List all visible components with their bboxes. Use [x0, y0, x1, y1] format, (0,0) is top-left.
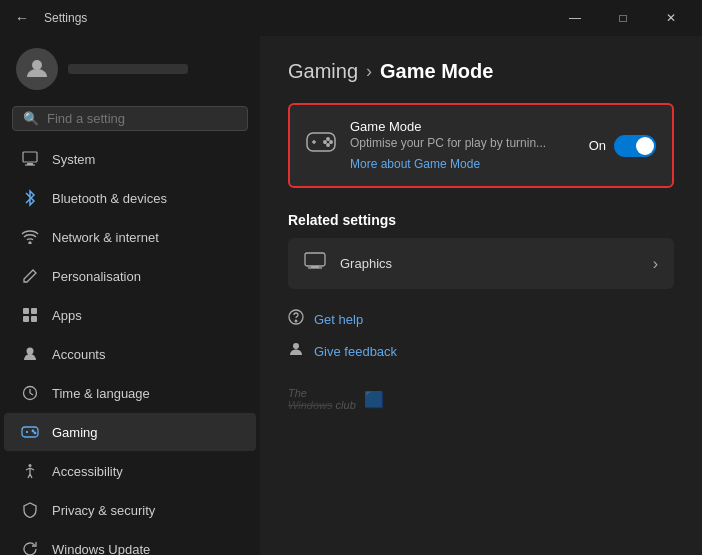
watermark-icon: 🟦: [364, 390, 384, 409]
sidebar-item-label-bluetooth: Bluetooth & devices: [52, 191, 167, 206]
sidebar-item-label-network: Network & internet: [52, 230, 159, 245]
game-mode-card[interactable]: Game Mode Optimise your PC for play by t…: [288, 103, 674, 188]
get-help-icon: [288, 309, 304, 329]
svg-point-9: [27, 348, 34, 355]
svg-rect-1: [23, 152, 37, 162]
sidebar-item-label-privacy: Privacy & security: [52, 503, 155, 518]
toggle-label: On: [589, 138, 606, 153]
minimize-button[interactable]: —: [552, 2, 598, 34]
svg-point-21: [330, 140, 332, 142]
bluetooth-icon: [20, 188, 40, 208]
sidebar-item-label-accessibility: Accessibility: [52, 464, 123, 479]
maximize-button[interactable]: □: [600, 2, 646, 34]
sidebar-item-network[interactable]: Network & internet: [4, 218, 256, 256]
svg-rect-7: [23, 316, 29, 322]
svg-point-16: [29, 464, 32, 467]
watermark-text: TheWindows club: [288, 387, 356, 411]
gaming-icon: [20, 422, 40, 442]
sidebar-item-time[interactable]: Time & language: [4, 374, 256, 412]
svg-point-22: [327, 143, 329, 145]
sidebar-item-label-update: Windows Update: [52, 542, 150, 556]
sidebar-item-system[interactable]: System: [4, 140, 256, 178]
related-settings-title: Related settings: [288, 212, 674, 228]
game-mode-text: Game Mode Optimise your PC for play by t…: [350, 119, 575, 172]
breadcrumb: Gaming › Game Mode: [288, 60, 674, 83]
svg-point-20: [327, 137, 329, 139]
sidebar: 🔍 System Bluetooth & devices: [0, 36, 260, 555]
links-section: Get help Give feedback: [288, 303, 674, 367]
nav-list: System Bluetooth & devices Network & int…: [0, 139, 260, 555]
window-controls: — □ ✕: [552, 2, 694, 34]
sidebar-item-label-apps: Apps: [52, 308, 82, 323]
game-mode-toggle[interactable]: [614, 135, 656, 157]
game-mode-title: Game Mode: [350, 119, 575, 134]
give-feedback-link[interactable]: Give feedback: [288, 335, 674, 367]
system-icon: [20, 149, 40, 169]
svg-rect-5: [23, 308, 29, 314]
sidebar-item-accessibility[interactable]: Accessibility: [4, 452, 256, 490]
sidebar-item-label-accounts: Accounts: [52, 347, 105, 362]
sidebar-item-label-system: System: [52, 152, 95, 167]
time-icon: [20, 383, 40, 403]
related-settings-section: Related settings Graphics ›: [288, 212, 674, 289]
game-mode-card-icon: [306, 131, 336, 161]
game-mode-description: Optimise your PC for play by turnin...: [350, 136, 575, 150]
back-button[interactable]: ←: [8, 4, 36, 32]
sidebar-item-update[interactable]: Windows Update: [4, 530, 256, 555]
sidebar-item-label-personalisation: Personalisation: [52, 269, 141, 284]
svg-point-4: [29, 242, 31, 244]
title-bar: ← Settings — □ ✕: [0, 0, 702, 36]
apps-icon: [20, 305, 40, 325]
sidebar-item-label-time: Time & language: [52, 386, 150, 401]
sidebar-item-privacy[interactable]: Privacy & security: [4, 491, 256, 529]
toggle-thumb: [636, 137, 654, 155]
avatar: [16, 48, 58, 90]
give-feedback-icon: [288, 341, 304, 361]
game-mode-link[interactable]: More about Game Mode: [350, 157, 480, 171]
app-title: Settings: [44, 11, 87, 25]
search-icon: 🔍: [23, 111, 39, 126]
breadcrumb-parent[interactable]: Gaming: [288, 60, 358, 83]
sidebar-item-apps[interactable]: Apps: [4, 296, 256, 334]
graphics-chevron: ›: [653, 255, 658, 273]
sidebar-item-bluetooth[interactable]: Bluetooth & devices: [4, 179, 256, 217]
content-area: Gaming › Game Mode Game Mode Optimise yo…: [260, 36, 702, 555]
main-layout: 🔍 System Bluetooth & devices: [0, 36, 702, 555]
privacy-icon: [20, 500, 40, 520]
graphics-icon: [304, 252, 326, 275]
svg-rect-24: [305, 253, 325, 266]
graphics-label: Graphics: [340, 256, 639, 271]
network-icon: [20, 227, 40, 247]
svg-point-29: [293, 343, 299, 349]
search-input[interactable]: [47, 111, 237, 126]
personalisation-icon: [20, 266, 40, 286]
get-help-link[interactable]: Get help: [288, 303, 674, 335]
breadcrumb-current: Game Mode: [380, 60, 493, 83]
svg-point-15: [34, 432, 36, 434]
sidebar-item-gaming[interactable]: Gaming: [4, 413, 256, 451]
accounts-icon: [20, 344, 40, 364]
user-name-bar: [68, 64, 188, 74]
settings-item-graphics[interactable]: Graphics ›: [288, 238, 674, 289]
get-help-label: Get help: [314, 312, 363, 327]
close-button[interactable]: ✕: [648, 2, 694, 34]
svg-rect-6: [31, 308, 37, 314]
breadcrumb-chevron: ›: [366, 61, 372, 82]
sidebar-item-personalisation[interactable]: Personalisation: [4, 257, 256, 295]
sidebar-item-accounts[interactable]: Accounts: [4, 335, 256, 373]
game-mode-toggle-container: On: [589, 135, 656, 157]
svg-rect-8: [31, 316, 37, 322]
user-profile[interactable]: [0, 36, 260, 102]
update-icon: [20, 539, 40, 555]
watermark: TheWindows club 🟦: [288, 387, 674, 411]
accessibility-icon: [20, 461, 40, 481]
search-box[interactable]: 🔍: [12, 106, 248, 131]
svg-point-0: [32, 60, 42, 70]
svg-point-23: [324, 140, 326, 142]
svg-point-28: [295, 320, 297, 322]
sidebar-item-label-gaming: Gaming: [52, 425, 98, 440]
svg-point-14: [32, 430, 34, 432]
give-feedback-label: Give feedback: [314, 344, 397, 359]
